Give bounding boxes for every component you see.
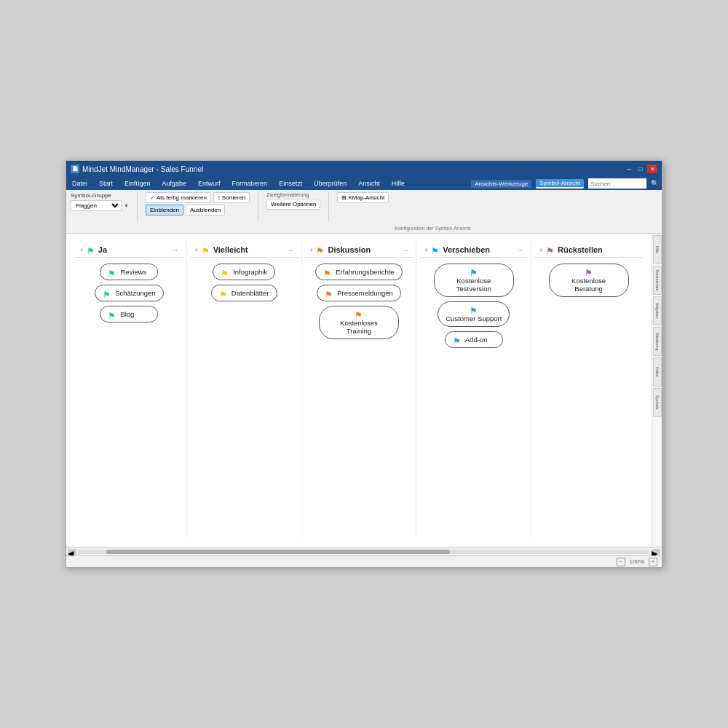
panel-aufgaben[interactable]: Aufgaben: [653, 296, 662, 325]
node-kostenlose-beratung[interactable]: Kostenlose Beratung: [549, 264, 629, 297]
node-infographik[interactable]: Infographik: [213, 264, 275, 280]
search-input[interactable]: [588, 178, 646, 189]
node-reviews[interactable]: Reviews: [100, 264, 158, 280]
flag-testversion: [470, 268, 478, 275]
ribbon-sep-3: [328, 192, 329, 221]
app-icons: 📄: [71, 165, 79, 173]
einblenden-button[interactable]: Einblenden: [146, 205, 183, 215]
col-title-verschieben: Verschieben: [443, 245, 490, 254]
node-schaetzungen[interactable]: Schätzungen: [95, 285, 163, 301]
canvas-wrapper: + Ja → Reviews Schätzungen: [66, 234, 662, 547]
flag-beratung: [585, 268, 593, 275]
ausblenden-button[interactable]: Ausblenden: [186, 205, 225, 215]
column-vielleicht: + Vielleicht → Infographik Datenblätter: [187, 242, 302, 538]
node-pressemeldungen[interactable]: Pressemeldungen: [317, 285, 401, 301]
panel-hilfe[interactable]: Hilfe: [653, 235, 662, 264]
application-window: 📄 MindJet MindManager - Sales Funnel ─ □…: [66, 160, 662, 568]
node-addon[interactable]: Add-on: [445, 331, 503, 348]
ribbon-group-zweig: Zweigformatierung Weitere Optionen: [266, 192, 320, 210]
flaggen-select[interactable]: Flaggen: [71, 200, 122, 211]
menu-aufgabe[interactable]: Aufgabe: [159, 179, 190, 188]
flag-diskussion-header: [316, 246, 325, 253]
kmap-icon: ⊞: [341, 194, 347, 201]
kmap-button[interactable]: ⊞ KMap-Ansicht: [337, 192, 389, 203]
right-panel: Hilfe Kommentare Aufgaben Gliederung Fol…: [652, 234, 662, 547]
panel-folien[interactable]: Folien: [653, 357, 662, 387]
column-ja: + Ja → Reviews Schätzungen: [72, 242, 187, 538]
ribbon-sep-1: [137, 192, 138, 221]
flag-training: [355, 310, 363, 317]
node-datenblatter[interactable]: Datenblätter: [211, 285, 277, 301]
col-plus-ja[interactable]: +: [79, 246, 84, 254]
symbol-ansicht-tab[interactable]: Symbol-Ansicht: [536, 179, 584, 189]
panel-symbole[interactable]: Symbole: [653, 388, 662, 417]
minimize-button[interactable]: ─: [624, 165, 634, 173]
menu-ansicht[interactable]: Ansicht: [355, 179, 383, 188]
zoom-level: 100%: [630, 558, 644, 565]
node-erfahrungsberichte[interactable]: Erfahrungsberichte: [315, 264, 402, 280]
col-title-ruckstellen: Rückstellen: [558, 245, 603, 254]
ausblenden-label: Ausblenden: [190, 207, 221, 213]
panel-kommentare[interactable]: Kommentare: [653, 266, 662, 295]
ansichts-werkzeuge-tab[interactable]: Ansichts-Werkzeuge: [471, 180, 531, 188]
menu-hilfe[interactable]: Hilfe: [389, 179, 408, 188]
ribbon-row-1: Symbol-Gruppe: [71, 192, 129, 199]
node-infographik-label: Infographik: [233, 268, 267, 276]
close-button[interactable]: ✕: [647, 165, 657, 173]
zweig-label: Zweigformatierung: [266, 192, 320, 197]
col-plus-verschieben[interactable]: +: [424, 246, 428, 254]
scroll-right-btn[interactable]: ▶: [652, 549, 660, 555]
menu-start[interactable]: Start: [96, 179, 116, 188]
horizontal-scrollbar[interactable]: ◀ ▶: [66, 547, 662, 555]
kmap-label: KMap-Ansicht: [348, 194, 384, 201]
node-kostenlose-testversion[interactable]: Kostenlose Testversion: [434, 264, 514, 297]
flag-blog: [108, 311, 116, 318]
flag-pressemeldungen: [325, 290, 333, 297]
node-erfahrungsberichte-label: Erfahrungsberichte: [336, 268, 394, 276]
menu-entwurf[interactable]: Entwurf: [195, 179, 223, 188]
flag-erfahrungsberichte: [323, 269, 332, 276]
ribbon-group-actions: ✓ Als fertig markieren ↕ Sortieren Einbl…: [146, 192, 250, 215]
scrollbar-thumb[interactable]: [106, 550, 450, 554]
menu-uberpruefen[interactable]: Überprüfen: [311, 179, 349, 188]
menu-formatieren[interactable]: Formatieren: [229, 179, 271, 188]
window-controls[interactable]: ─ □ ✕: [624, 165, 657, 173]
zoom-in-icon[interactable]: +: [649, 558, 657, 566]
col-title-diskussion: Diskussion: [328, 245, 371, 254]
col-title-ja: Ja: [98, 245, 107, 254]
flag-wrap-support: [470, 306, 478, 313]
sortieren-button[interactable]: ↕ Sortieren: [213, 192, 250, 203]
zoom-out-icon[interactable]: −: [617, 558, 625, 566]
flag-wrap-training: [355, 310, 363, 317]
ribbon: Symbol-Gruppe Flaggen ▼ ✓ Als fertig mar…: [66, 190, 662, 234]
status-bar: − 100% +: [66, 555, 662, 567]
col-arrow-diskussion: →: [401, 246, 408, 254]
node-reviews-label: Reviews: [120, 268, 146, 276]
scroll-left-btn[interactable]: ◀: [68, 549, 76, 555]
col-header-ruckstellen: + Rückstellen: [534, 242, 643, 258]
flag-wrap-beratung: [585, 268, 593, 275]
col-header-ja: + Ja →: [75, 242, 183, 258]
panel-gliederung[interactable]: Gliederung: [653, 327, 662, 356]
node-customer-support[interactable]: Customer Support: [438, 301, 510, 327]
weitere-button[interactable]: Weitere Optionen: [266, 199, 320, 210]
maximize-button[interactable]: □: [636, 165, 646, 173]
check-icon: ✓: [150, 194, 155, 201]
col-plus-vielleicht[interactable]: +: [194, 246, 199, 254]
node-blog[interactable]: Blog: [100, 306, 158, 323]
menu-einfuegen[interactable]: Einfügen: [122, 179, 154, 188]
node-kostenloses-training[interactable]: Kostenloses Training: [319, 306, 399, 339]
menu-bar: Datei Start Einfügen Aufgabe Entwurf For…: [66, 177, 662, 190]
col-plus-ruckstellen[interactable]: +: [539, 246, 543, 254]
menu-right: Ansichts-Werkzeuge Symbol-Ansicht 🔍: [471, 178, 659, 189]
flag-vielleicht-header: [202, 246, 210, 253]
ribbon-sep-2: [258, 192, 258, 221]
ribbon-zweig-row: Zweigformatierung Weitere Optionen: [266, 192, 320, 210]
flag-addon: [453, 336, 462, 344]
menu-einsetzt[interactable]: Einsetzt: [276, 179, 305, 188]
flag-wrap-testversion: [470, 268, 478, 275]
col-header-diskussion: + Diskussion →: [305, 242, 414, 258]
als-fertig-button[interactable]: ✓ Als fertig markieren: [146, 192, 211, 203]
menu-datei[interactable]: Datei: [69, 179, 90, 188]
col-plus-diskussion[interactable]: +: [309, 246, 314, 254]
